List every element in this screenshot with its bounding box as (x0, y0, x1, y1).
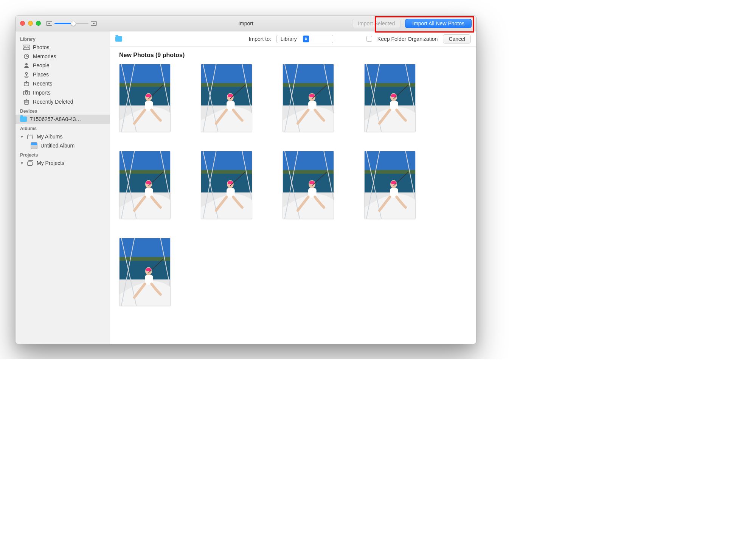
sidebar-item-places[interactable]: Places (16, 70, 110, 79)
sidebar-section-library: Library (16, 34, 110, 43)
import-to-value: Library (281, 36, 297, 42)
sidebar-item-recents[interactable]: Recents (16, 79, 110, 88)
memories-icon (23, 53, 30, 59)
sidebar-item-my-albums[interactable]: ▼ My Albums (16, 132, 110, 141)
photos-icon (23, 44, 30, 50)
folder-icon (20, 116, 27, 122)
places-icon (23, 71, 30, 78)
sidebar-section-projects: Projects (16, 150, 110, 158)
photo-grid (119, 64, 467, 306)
sidebar-item-device[interactable]: 71506257-A8A0-43… (16, 115, 110, 124)
sidebar-item-people[interactable]: People (16, 61, 110, 70)
thumbnail-zoom-control[interactable] (46, 21, 97, 26)
sidebar-item-imports[interactable]: Imports (16, 88, 110, 97)
sidebar-section-albums: Albums (16, 124, 110, 132)
close-window-button[interactable] (20, 21, 25, 26)
sidebar-item-label: Photos (33, 44, 50, 50)
content-area: New Photos (9 photos) (110, 47, 476, 344)
zoom-slider-thumb[interactable] (71, 21, 76, 26)
sidebar-item-label: My Albums (37, 134, 62, 140)
keep-folder-organization-label: Keep Folder Organization (377, 36, 438, 42)
sidebar-item-memories[interactable]: Memories (16, 52, 110, 61)
photo-thumbnail[interactable] (201, 64, 252, 132)
svg-point-10 (25, 92, 28, 94)
svg-point-6 (25, 76, 28, 78)
sidebar-item-recently-deleted[interactable]: Recently Deleted (16, 97, 110, 106)
imports-icon (23, 90, 30, 96)
titlebar: Import Import Selected Import All New Ph… (16, 16, 476, 31)
people-icon (23, 62, 30, 68)
recents-icon (23, 81, 30, 87)
photo-thumbnail[interactable] (283, 151, 334, 219)
zoom-slider[interactable] (54, 23, 88, 24)
svg-point-4 (26, 73, 28, 75)
import-selected-button: Import Selected (352, 19, 401, 28)
sidebar-item-label: Places (33, 71, 49, 78)
window-title: Import (238, 20, 253, 26)
zoom-out-icon (46, 21, 52, 26)
minimize-window-button[interactable] (28, 21, 33, 26)
keep-folder-organization-checkbox[interactable] (366, 36, 372, 42)
sidebar-item-label: Recents (33, 81, 52, 87)
album-thumb-icon (31, 143, 37, 149)
sidebar-section-devices: Devices (16, 106, 110, 115)
window-controls (20, 21, 41, 26)
group-title: New Photos (9 photos) (119, 52, 467, 59)
import-to-select[interactable]: Library (276, 35, 333, 43)
sidebar-item-label: Untitled Album (40, 143, 75, 149)
sidebar-item-label: Memories (33, 53, 56, 59)
photo-thumbnail[interactable] (201, 151, 252, 219)
app-window: Import Import Selected Import All New Ph… (15, 15, 477, 344)
import-toolbar: Import to: Library Keep Folder Organizat… (110, 31, 476, 47)
svg-point-3 (25, 63, 28, 65)
photo-thumbnail[interactable] (283, 64, 334, 132)
sidebar-item-label: 71506257-A8A0-43… (30, 116, 81, 122)
sidebar-item-my-projects[interactable]: ▼ My Projects (16, 158, 110, 168)
photo-thumbnail[interactable] (119, 238, 171, 306)
sidebar-item-label: My Projects (37, 160, 64, 166)
album-stack-icon (27, 134, 34, 140)
trash-icon (23, 99, 30, 105)
sidebar-item-label: Imports (33, 90, 51, 96)
photo-thumbnail[interactable] (119, 64, 171, 132)
sidebar-item-untitled-album[interactable]: Untitled Album (16, 141, 110, 150)
import-to-label: Import to: (249, 36, 271, 42)
cancel-button[interactable]: Cancel (443, 34, 471, 43)
folder-icon (115, 36, 122, 42)
main-panel: Import to: Library Keep Folder Organizat… (110, 31, 476, 344)
fullscreen-window-button[interactable] (36, 21, 41, 26)
photo-thumbnail[interactable] (364, 151, 416, 219)
sidebar-item-label: Recently Deleted (33, 99, 73, 105)
photo-thumbnail[interactable] (364, 64, 416, 132)
zoom-in-icon (91, 21, 97, 26)
project-stack-icon (27, 160, 34, 166)
sidebar-item-label: People (33, 62, 50, 68)
disclosure-triangle-icon[interactable]: ▼ (20, 161, 24, 165)
sidebar: Library Photos Memories People (16, 31, 110, 344)
photo-thumbnail[interactable] (119, 151, 171, 219)
disclosure-triangle-icon[interactable]: ▼ (20, 135, 24, 139)
sidebar-item-photos[interactable]: Photos (16, 43, 110, 52)
import-all-new-photos-button[interactable]: Import All New Photos (405, 19, 472, 28)
select-stepper-icon (303, 36, 309, 42)
